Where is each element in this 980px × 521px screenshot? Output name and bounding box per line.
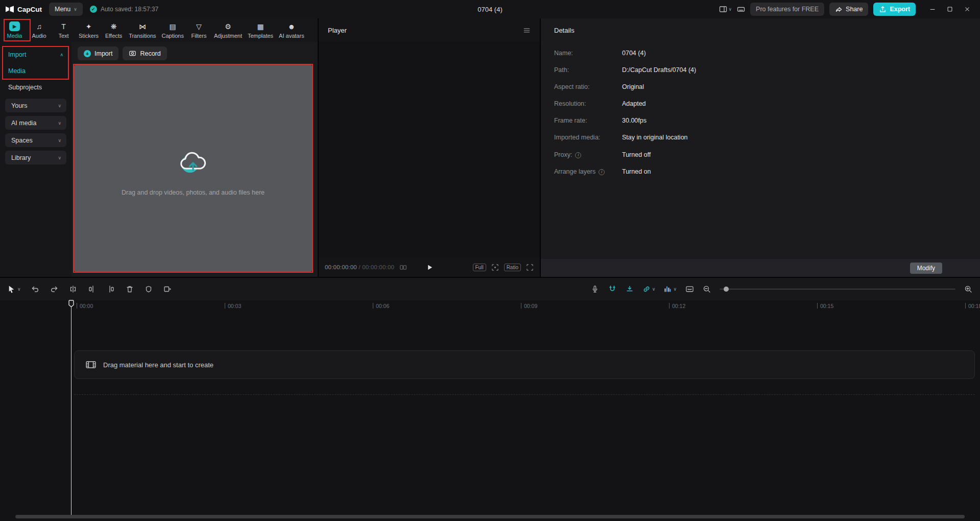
export-button[interactable]: Export bbox=[873, 3, 916, 16]
tab-captions[interactable]: ▤Captions bbox=[159, 20, 186, 40]
main-track-magnet-button[interactable] bbox=[608, 285, 617, 294]
frame-view-button[interactable] bbox=[399, 264, 407, 271]
detail-value: Original bbox=[622, 83, 644, 91]
pro-features-label: Pro features for FREE bbox=[756, 6, 819, 13]
stickers-icon: ✦ bbox=[84, 21, 93, 31]
tab-media[interactable]: ▶Media bbox=[3, 20, 27, 40]
link-icon bbox=[642, 285, 651, 293]
tab-audio[interactable]: ♫Audio bbox=[27, 20, 51, 40]
fullscreen-icon[interactable] bbox=[526, 264, 534, 271]
timeline-ruler[interactable]: 00:0000:0300:0600:0900:1200:1500:18 bbox=[0, 300, 980, 313]
maximize-button[interactable] bbox=[942, 3, 958, 16]
detail-value: 0704 (4) bbox=[622, 49, 646, 58]
mask-button[interactable] bbox=[144, 285, 153, 294]
tab-stickers[interactable]: ✦Stickers bbox=[76, 20, 101, 40]
tab-label: Transitions bbox=[129, 33, 156, 39]
tab-ai-avatars[interactable]: ☻AI avatars bbox=[276, 20, 307, 40]
tab-label: Text bbox=[58, 33, 68, 39]
sidebar-item-ai-media[interactable]: AI media∨ bbox=[5, 116, 66, 130]
playhead[interactable] bbox=[71, 300, 71, 515]
chevron-down-icon: ∨ bbox=[17, 287, 21, 292]
export-clip-button[interactable] bbox=[163, 285, 172, 294]
tab-transitions[interactable]: ⋈Transitions bbox=[126, 20, 158, 40]
record-icon bbox=[129, 50, 136, 57]
tab-label: Effects bbox=[105, 33, 122, 39]
player-controls: 00:00:00:00 / 00:00:00:00 Full bbox=[319, 257, 540, 277]
timeline-zoom-slider[interactable] bbox=[720, 289, 955, 290]
linked-selection-button[interactable]: ∨ bbox=[642, 285, 656, 293]
effects-icon: ❋ bbox=[109, 21, 118, 31]
trim-left-button[interactable] bbox=[87, 285, 97, 294]
ruler-tick-label: 00:00 bbox=[80, 303, 93, 309]
export-label: Export bbox=[890, 6, 910, 13]
close-button[interactable] bbox=[960, 3, 975, 16]
window-controls bbox=[925, 3, 975, 16]
modify-button[interactable]: Modify bbox=[910, 263, 942, 274]
redo-button[interactable] bbox=[50, 285, 59, 294]
media-library-panel: ▶Media♫AudioTText✦Stickers❋Effects⋈Trans… bbox=[0, 18, 318, 277]
full-quality-badge[interactable]: Full bbox=[473, 264, 486, 271]
capcut-app: CapCut Menu ∨ ✓ Auto saved: 18:57:37 070… bbox=[0, 0, 980, 521]
sidebar-item-yours[interactable]: Yours∨ bbox=[5, 99, 66, 112]
track-placeholder[interactable]: Drag material here and start to create bbox=[74, 350, 975, 379]
chevron-up-icon: ∧ bbox=[60, 52, 63, 57]
autosave-status: ✓ Auto saved: 18:57:37 bbox=[90, 6, 158, 13]
share-button[interactable]: Share bbox=[829, 3, 868, 16]
media-dropzone[interactable]: Drag and drop videos, photos, and audio … bbox=[74, 65, 312, 272]
detail-value: Turned off bbox=[622, 151, 651, 159]
chevron-down-icon: ∨ bbox=[652, 287, 656, 292]
voiceover-button[interactable] bbox=[590, 285, 600, 294]
layout-panels-button[interactable]: ∨ bbox=[719, 5, 732, 13]
minimize-button[interactable] bbox=[925, 3, 940, 16]
sidebar-item-label: AI media bbox=[11, 120, 36, 127]
trim-right-button[interactable] bbox=[106, 285, 115, 294]
tab-templates[interactable]: ▦Templates bbox=[245, 20, 276, 40]
select-tool-button[interactable]: ∨ bbox=[7, 285, 21, 294]
media-icon: ▶ bbox=[9, 21, 20, 31]
detail-row-path: Path:D:/CapCut Drafts/0704 (4) bbox=[554, 66, 967, 75]
filters-icon: ▽ bbox=[194, 21, 204, 31]
ruler-tick-label: 00:12 bbox=[672, 303, 685, 309]
play-button[interactable] bbox=[425, 264, 433, 271]
menu-button[interactable]: Menu ∨ bbox=[49, 3, 83, 16]
pro-features-button[interactable]: Pro features for FREE bbox=[750, 3, 824, 16]
undo-button[interactable] bbox=[31, 285, 40, 294]
player-menu-icon[interactable] bbox=[523, 27, 531, 34]
track-levels-button[interactable]: ∨ bbox=[663, 285, 677, 293]
info-icon[interactable]: i bbox=[599, 169, 605, 175]
playhead-handle[interactable] bbox=[68, 300, 74, 307]
zoom-slider-knob[interactable] bbox=[724, 287, 729, 292]
sidebar-item-subprojects[interactable]: Subprojects bbox=[0, 80, 71, 95]
auto-snap-button[interactable] bbox=[625, 285, 634, 294]
player-panel: Player 00:00:00:00 / 00:00:00:00 bbox=[319, 18, 540, 277]
ratio-badge[interactable]: Ratio bbox=[504, 264, 521, 271]
shortcuts-button[interactable] bbox=[737, 5, 745, 13]
info-icon[interactable]: i bbox=[575, 152, 581, 158]
sidebar-item-library[interactable]: Library∨ bbox=[5, 151, 66, 164]
tab-effects[interactable]: ❋Effects bbox=[102, 20, 126, 40]
zoom-out-button[interactable] bbox=[702, 285, 711, 294]
focus-icon[interactable] bbox=[491, 264, 499, 271]
sidebar-item-spaces[interactable]: Spaces∨ bbox=[5, 133, 66, 147]
layout-panels-icon bbox=[719, 5, 727, 13]
detail-label: Proxy: bbox=[554, 151, 572, 159]
tab-text[interactable]: TText bbox=[52, 20, 76, 40]
ruler-tick-label: 00:03 bbox=[228, 303, 241, 309]
playhead-handle-icon bbox=[68, 300, 74, 307]
zoom-in-button[interactable] bbox=[964, 285, 973, 294]
record-button[interactable]: Record bbox=[123, 46, 166, 60]
import-button[interactable]: + Import bbox=[78, 46, 118, 60]
sidebar-item-media[interactable]: Media bbox=[0, 63, 71, 79]
detail-label: Frame rate: bbox=[554, 116, 587, 125]
tab-label: Media bbox=[7, 33, 22, 39]
preview-quality-button[interactable] bbox=[685, 285, 694, 294]
sidebar-item-import[interactable]: Import∧ bbox=[0, 47, 71, 62]
tab-adjustment[interactable]: ⚙Adjustment bbox=[211, 20, 245, 40]
split-button[interactable] bbox=[68, 285, 78, 294]
tab-filters[interactable]: ▽Filters bbox=[187, 20, 211, 40]
timeline-scrollbar[interactable] bbox=[15, 515, 965, 518]
tab-label: Captions bbox=[162, 33, 184, 39]
delete-button[interactable] bbox=[125, 285, 134, 294]
export-icon bbox=[879, 6, 887, 13]
ruler-tick: 00:15 bbox=[817, 303, 833, 309]
